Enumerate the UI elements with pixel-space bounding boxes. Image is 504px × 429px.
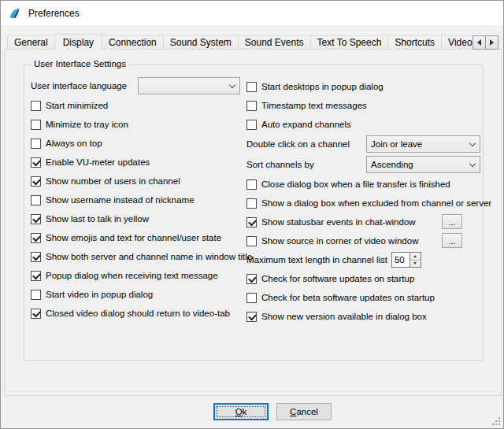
tab-general[interactable]: General (7, 35, 55, 50)
start-video-in-popup-dialog-row: Start video in popup dialog (31, 287, 242, 302)
auto-expand-channels-row: Auto expand channels (246, 116, 481, 132)
checkbox-always-on-top[interactable] (31, 139, 41, 149)
chevron-down-icon (465, 136, 480, 152)
checkbox-start-desktops-in-popup-dialog[interactable] (246, 82, 257, 92)
checkbox-auto-expand-channels[interactable] (246, 120, 257, 130)
checkbox-popup-dialog-when-receiving-text-message[interactable] (31, 271, 41, 281)
checkbox-enable-vu-meter-updates[interactable] (31, 157, 41, 168)
show-new-version-available-in-dialog-box-row: Show new version available in dialog box (246, 309, 481, 324)
tab-sound-system[interactable]: Sound System (163, 35, 239, 50)
checkbox-label: Popup dialog when receiving text message (46, 271, 218, 280)
checkbox-label: Close dialog box when a file transfer is… (261, 179, 450, 189)
tab-display[interactable]: Display (54, 34, 102, 50)
checkbox-show-both-server-and-channel-name-in-window-title[interactable] (31, 252, 41, 262)
preferences-window: Preferences GeneralDisplayConnectionSoun… (0, 0, 504, 429)
checkbox-show-last-to-talk-in-yellow[interactable] (31, 214, 41, 224)
checkbox-label: Show emojis and text for channel/user st… (46, 233, 221, 242)
checkbox-check-for-software-updates-on-startup[interactable] (246, 274, 257, 284)
checkbox-show-new-version-available-in-dialog-box[interactable] (246, 312, 257, 322)
checkbox-show-statusbar-events-in-chat-window[interactable] (246, 217, 257, 227)
field-label: User interface language (31, 81, 138, 91)
triangle-up-icon (413, 255, 417, 257)
checkbox-timestamp-text-messages[interactable] (246, 101, 257, 111)
group-title: User Interface Settings (31, 59, 129, 68)
sort-channels-by-row: Sort channels byAscending (246, 156, 481, 173)
checkbox-label: Show both server and channel name in win… (46, 252, 252, 261)
checkbox-label: Start desktops in popup dialog (261, 82, 384, 91)
minimize-to-tray-icon-row: Minimize to tray icon (31, 116, 242, 132)
tab-scroll (472, 35, 498, 50)
tab-shortcuts[interactable]: Shortcuts (387, 35, 442, 50)
maximum-text-length-in-channel-list-row: Maximum text length in channel list50 (246, 252, 481, 268)
show-emojis-and-text-for-channel-user-state-row: Show emojis and text for channel/user st… (31, 230, 242, 246)
field-label: Maximum text length in channel list (246, 255, 387, 264)
titlebar: Preferences (1, 1, 503, 25)
checkbox-label: Minimize to tray icon (46, 120, 128, 129)
arrow-right-icon (490, 39, 494, 46)
enable-vu-meter-updates-row: Enable VU-meter updates (31, 154, 242, 170)
tab-panel: User Interface Settings User interface l… (4, 49, 502, 396)
tab-video[interactable]: Video (441, 35, 472, 50)
checkbox-label: Start minimized (46, 101, 108, 110)
timestamp-text-messages-row: Timestamp text messages (246, 98, 481, 113)
checkbox-check-for-beta-software-updates-on-startup[interactable] (246, 293, 257, 303)
checkbox-label: Always on top (46, 139, 102, 148)
arrow-left-icon (477, 39, 481, 46)
checkbox-label: Show source in corner of video window (261, 236, 418, 246)
spinner-value: 50 (391, 252, 410, 268)
double-click-on-a-channel-row: Double click on a channelJoin or leave (246, 135, 481, 153)
spinner-buttons (410, 252, 421, 268)
show-both-server-and-channel-name-in-window-title-row: Show both server and channel name in win… (31, 249, 242, 264)
checkbox-label: Check for software updates on startup (261, 274, 414, 283)
resize-grip[interactable] (491, 416, 501, 426)
spin-up-button[interactable] (410, 253, 421, 261)
chevron-down-icon (225, 78, 239, 94)
always-on-top-row: Always on top (31, 135, 242, 151)
checkbox-show-number-of-users-in-channel[interactable] (31, 176, 41, 187)
start-desktops-in-popup-dialog-row: Start desktops in popup dialog (246, 79, 481, 94)
checkbox-show-username-instead-of-nickname[interactable] (31, 195, 41, 205)
tab-connection[interactable]: Connection (102, 35, 164, 50)
sort-channels-by-combobox[interactable]: Ascending (366, 156, 480, 173)
ellipsis-button-show-source-in-corner-of-video-window[interactable]: ... (442, 233, 462, 248)
left-column: User interface languageStart minimizedMi… (31, 77, 242, 321)
checkbox-show-a-dialog-box-when-excluded-from-channel-or-server[interactable] (246, 198, 257, 209)
show-statusbar-events-in-chat-window-row: Show statusbar events in chat-window... (246, 214, 481, 230)
checkbox-start-minimized[interactable] (31, 101, 41, 111)
user-interface-language-combobox[interactable] (138, 77, 240, 94)
tab-scroll-right-button[interactable] (485, 35, 498, 50)
show-source-in-corner-of-video-window-row: Show source in corner of video window... (246, 233, 481, 249)
checkbox-closed-video-dialog-should-return-to-video-tab[interactable] (31, 309, 41, 319)
tab-scroll-left-button[interactable] (472, 35, 486, 50)
checkbox-label: Show a dialog box when excluded from cha… (261, 198, 491, 208)
maximum-text-length-in-channel-list-spinner[interactable]: 50 (391, 252, 421, 268)
checkbox-label: Timestamp text messages (261, 101, 367, 110)
right-column: Start desktops in popup dialogTimestamp … (246, 79, 481, 324)
tab-text-to-speech[interactable]: Text To Speech (310, 35, 389, 50)
app-icon (9, 7, 21, 20)
tab-sound-events[interactable]: Sound Events (238, 35, 311, 50)
ok-button[interactable]: Ok (213, 403, 269, 420)
checkbox-label: Show last to talk in yellow (46, 214, 149, 224)
show-last-to-talk-in-yellow-row: Show last to talk in yellow (31, 211, 242, 227)
ellipsis-button-show-statusbar-events-in-chat-window[interactable]: ... (442, 214, 462, 229)
double-click-on-a-channel-combobox[interactable]: Join or leave (366, 135, 480, 153)
checkbox-minimize-to-tray-icon[interactable] (31, 120, 41, 130)
check-for-beta-software-updates-on-startup-row: Check for beta software updates on start… (246, 290, 481, 305)
checkbox-label: Show number of users in channel (46, 176, 180, 186)
chevron-down-icon (465, 157, 480, 172)
spin-down-button[interactable] (410, 261, 421, 268)
checkbox-show-emojis-and-text-for-channel-user-state[interactable] (31, 233, 41, 243)
show-username-instead-of-nickname-row: Show username instead of nickname (31, 192, 242, 208)
start-minimized-row: Start minimized (31, 98, 242, 113)
checkbox-label: Show new version available in dialog box (261, 312, 427, 321)
checkbox-label: Check for beta software updates on start… (261, 293, 435, 302)
checkbox-close-dialog-box-when-a-file-transfer-is-finished[interactable] (246, 179, 257, 190)
checkbox-label: Show username instead of nickname (46, 195, 195, 205)
show-a-dialog-box-when-excluded-from-channel-or-server-row: Show a dialog box when excluded from cha… (246, 195, 481, 211)
checkbox-show-source-in-corner-of-video-window[interactable] (246, 236, 257, 246)
checkbox-start-video-in-popup-dialog[interactable] (31, 290, 41, 300)
checkbox-label: Show statusbar events in chat-window (261, 217, 416, 227)
cancel-button[interactable]: Cancel (276, 403, 332, 420)
tab-bar: GeneralDisplayConnectionSound SystemSoun… (7, 34, 472, 50)
